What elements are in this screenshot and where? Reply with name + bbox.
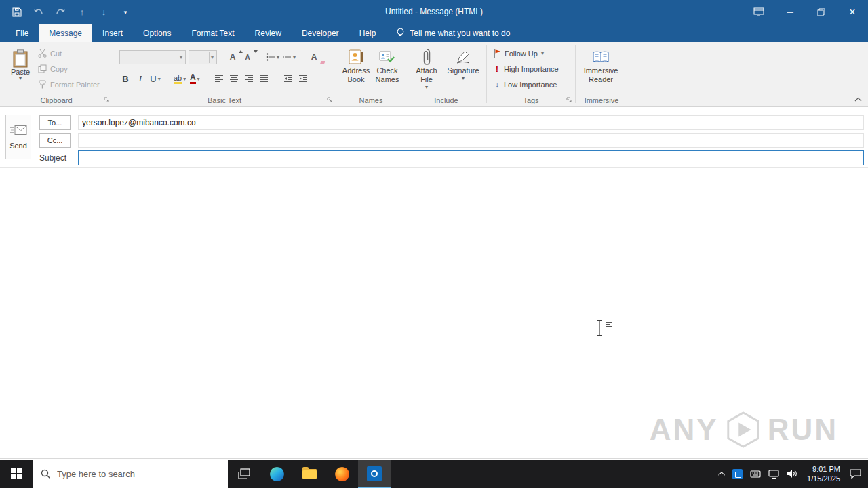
send-button[interactable]: Send — [5, 115, 31, 159]
highlight-icon: ab — [174, 74, 182, 84]
address-fields: To... Cc... Subject — [39, 115, 864, 168]
subject-input[interactable] — [78, 150, 864, 165]
tags-dialog-launcher[interactable] — [565, 96, 573, 104]
customize-quick-access-icon[interactable]: ▾ — [119, 6, 132, 18]
show-hidden-icons-button[interactable] — [720, 472, 725, 476]
to-button[interactable]: To... — [39, 115, 71, 130]
tags-buttons: Follow Up ▾ ! High Importance ↓ Low Impo… — [494, 47, 559, 90]
align-center-button[interactable] — [228, 71, 240, 86]
address-book-button[interactable]: Address Book — [340, 45, 372, 94]
signature-label: Signature — [447, 66, 479, 75]
close-icon[interactable]: × — [837, 0, 868, 24]
underline-button[interactable]: U▾ — [149, 71, 161, 86]
copy-label: Copy — [50, 65, 68, 73]
copy-icon — [38, 64, 47, 73]
action-center-icon[interactable] — [850, 468, 861, 479]
basic-text-dialog-launcher[interactable] — [326, 96, 334, 104]
message-body[interactable]: ANY RUN — [0, 168, 868, 459]
bullets-button[interactable]: ▾ — [266, 49, 279, 64]
cc-button[interactable]: Cc... — [39, 133, 71, 148]
tab-message[interactable]: Message — [39, 24, 92, 42]
justify-button[interactable] — [258, 71, 270, 86]
tab-review[interactable]: Review — [245, 24, 292, 42]
taskbar-edge-icon[interactable] — [260, 460, 293, 488]
bold-button[interactable]: B — [119, 71, 132, 86]
tray-network-icon[interactable] — [768, 470, 779, 479]
copy-button[interactable]: Copy — [38, 63, 100, 75]
tell-me-box[interactable]: Tell me what you want to do — [397, 24, 510, 42]
restore-icon[interactable] — [806, 0, 837, 24]
font-name-combo[interactable]: ▾ — [119, 50, 186, 64]
include-group-label: Include — [406, 96, 486, 104]
ribbon-tab-bar: File Message Insert Options Format Text … — [0, 24, 868, 42]
grow-font-icon: A — [230, 52, 236, 62]
tray-volume-icon[interactable] — [787, 469, 797, 479]
tray-app-icon[interactable] — [732, 469, 743, 479]
taskbar-firefox-icon[interactable] — [326, 460, 358, 488]
redo-icon[interactable] — [54, 6, 66, 18]
paste-button[interactable]: Paste ▾ — [5, 45, 35, 92]
taskbar-clock[interactable]: 9:01 PM 1/15/2025 — [805, 464, 842, 483]
low-importance-button[interactable]: ↓ Low Importance — [494, 79, 559, 90]
anyrun-logo-icon — [724, 411, 762, 449]
chevron-down-icon: ▾ — [541, 50, 544, 56]
highlight-button[interactable]: ab▾ — [174, 71, 186, 86]
tab-insert[interactable]: Insert — [92, 24, 133, 42]
align-right-button[interactable] — [243, 71, 255, 86]
decrease-indent-button[interactable] — [282, 71, 294, 86]
high-importance-button[interactable]: ! High Importance — [494, 63, 559, 75]
taskbar: 9:01 PM 1/15/2025 — [0, 460, 868, 488]
tab-options[interactable]: Options — [133, 24, 181, 42]
cc-input[interactable] — [78, 133, 864, 148]
clock-date: 1/15/2025 — [807, 474, 840, 483]
clock-time: 9:01 PM — [807, 464, 840, 474]
previous-item-icon[interactable]: ↑ — [76, 6, 88, 18]
italic-button[interactable]: I — [134, 71, 146, 86]
titlebar: ↑ ↓ ▾ Untitled - Message (HTML) ─ × — [0, 0, 868, 24]
immersive-reader-label-2: Reader — [589, 75, 613, 84]
start-button[interactable] — [0, 460, 33, 488]
cut-button[interactable]: Cut — [38, 47, 100, 59]
search-input[interactable] — [57, 469, 206, 479]
increase-indent-button[interactable] — [297, 71, 309, 86]
tab-format-text[interactable]: Format Text — [181, 24, 244, 42]
grow-font-button[interactable]: A — [226, 49, 239, 64]
shrink-font-button[interactable]: A — [241, 49, 254, 64]
low-importance-icon: ↓ — [494, 80, 500, 89]
attach-file-button[interactable]: Attach File ▾ — [412, 45, 441, 94]
tray-touch-keyboard-icon[interactable] — [750, 470, 761, 479]
font-size-combo[interactable]: ▾ — [189, 50, 217, 64]
taskbar-file-explorer-icon[interactable] — [293, 460, 326, 488]
chevron-down-icon: ▾ — [462, 75, 465, 81]
tab-help[interactable]: Help — [349, 24, 387, 42]
font-color-button[interactable]: A▾ — [189, 71, 201, 86]
tab-developer[interactable]: Developer — [292, 24, 349, 42]
taskbar-outlook-icon[interactable] — [358, 460, 391, 488]
align-left-button[interactable] — [213, 71, 225, 86]
numbering-button[interactable]: ▾ — [282, 49, 296, 64]
to-input[interactable] — [78, 115, 864, 130]
clear-formatting-button[interactable]: A — [308, 49, 320, 64]
tab-file[interactable]: File — [5, 24, 39, 42]
save-icon[interactable] — [11, 6, 23, 18]
paste-clipboard-icon — [13, 49, 28, 68]
follow-up-button[interactable]: Follow Up ▾ — [494, 47, 559, 59]
signature-button[interactable]: Signature ▾ — [444, 45, 482, 94]
tell-me-label: Tell me what you want to do — [410, 28, 510, 38]
ribbon-display-options-icon[interactable] — [743, 0, 774, 24]
next-item-icon[interactable]: ↓ — [98, 6, 110, 18]
clipboard-group-label: Clipboard — [0, 96, 113, 104]
undo-icon[interactable] — [33, 6, 45, 18]
minimize-icon[interactable]: ─ — [774, 0, 806, 24]
chevron-down-icon: ▾ — [293, 54, 296, 60]
task-view-button[interactable] — [228, 460, 260, 488]
collapse-ribbon-icon[interactable] — [853, 96, 863, 102]
taskbar-search-box[interactable] — [33, 460, 228, 488]
send-label: Send — [9, 142, 27, 150]
check-names-button[interactable]: Check Names — [372, 45, 403, 94]
clipboard-dialog-launcher[interactable] — [102, 96, 111, 104]
low-importance-label: Low Importance — [504, 81, 557, 89]
immersive-reader-button[interactable]: Immersive Reader — [580, 45, 622, 94]
lightbulb-icon — [397, 28, 404, 39]
format-painter-button[interactable]: Format Painter — [38, 79, 100, 90]
